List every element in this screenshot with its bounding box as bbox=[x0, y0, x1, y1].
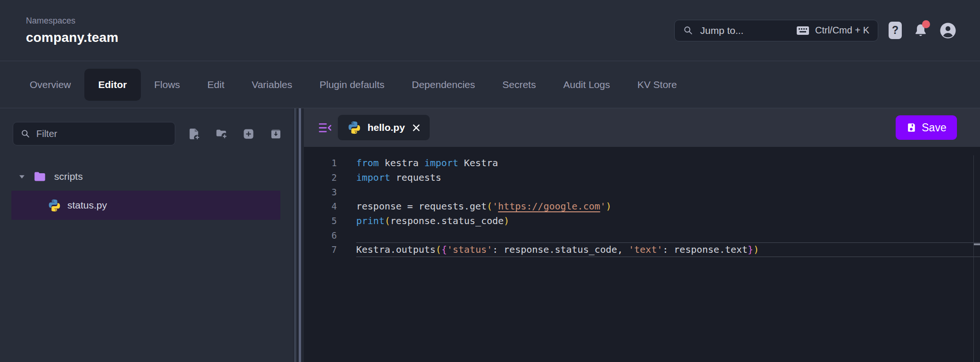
code-line-3[interactable]: 3 bbox=[304, 185, 980, 199]
header-titles: Namespaces company.team bbox=[26, 16, 118, 45]
file-actions bbox=[188, 128, 282, 140]
page-title: company.team bbox=[26, 30, 118, 45]
new-file-button[interactable] bbox=[188, 128, 200, 140]
explorer-toolbar bbox=[0, 108, 293, 145]
app-window: Namespaces company.team Jump to... Ctrl/… bbox=[0, 0, 980, 362]
line-content[interactable]: import requests bbox=[356, 170, 980, 185]
avatar-icon bbox=[939, 22, 956, 39]
new-folder-icon bbox=[215, 128, 228, 140]
tab-kv-store[interactable]: KV Store bbox=[637, 69, 677, 101]
tab-flows[interactable]: Flows bbox=[154, 69, 180, 101]
tree-file-label: status.py bbox=[67, 200, 107, 211]
line-content[interactable]: response = requests.get('https://google.… bbox=[356, 199, 980, 214]
keyboard-icon bbox=[796, 26, 809, 35]
code-line-7[interactable]: 7Kestra.outputs({'status': response.stat… bbox=[304, 242, 980, 257]
line-content[interactable] bbox=[356, 185, 980, 199]
create-button[interactable] bbox=[242, 128, 255, 140]
line-content[interactable]: print(response.status_code) bbox=[356, 214, 980, 228]
code-line-2[interactable]: 2import requests bbox=[304, 170, 980, 185]
line-number: 5 bbox=[304, 216, 337, 226]
python-icon bbox=[48, 199, 61, 212]
new-file-icon bbox=[188, 128, 200, 140]
import-button[interactable] bbox=[270, 128, 282, 140]
code-area[interactable]: 1from kestra import Kestra2import reques… bbox=[304, 147, 980, 362]
filter-box bbox=[13, 122, 175, 145]
panel-splitter[interactable] bbox=[293, 108, 304, 362]
code-line-1[interactable]: 1from kestra import Kestra bbox=[304, 156, 980, 170]
python-icon bbox=[347, 121, 361, 135]
header: Namespaces company.team Jump to... Ctrl/… bbox=[0, 0, 980, 61]
collapse-explorer-button[interactable] bbox=[318, 121, 332, 134]
line-number: 3 bbox=[304, 187, 337, 197]
filter-input[interactable] bbox=[36, 129, 167, 139]
filter-search-icon bbox=[21, 129, 30, 138]
code-line-5[interactable]: 5print(response.status_code) bbox=[304, 214, 980, 228]
file-explorer: scripts status.py bbox=[0, 108, 293, 362]
scrollbar-cursor-marker bbox=[974, 243, 980, 245]
help-button[interactable]: ? bbox=[889, 22, 902, 39]
tree-folder-label: scripts bbox=[54, 171, 83, 182]
code-lines: 1from kestra import Kestra2import reques… bbox=[304, 156, 980, 257]
caret-down-icon[interactable] bbox=[19, 175, 25, 179]
code-editor-panel: hello.py Save 1from kestra import Kestra… bbox=[304, 108, 980, 362]
code-line-4[interactable]: 4response = requests.get('https://google… bbox=[304, 199, 980, 214]
keyboard-shortcut: Ctrl/Cmd + K bbox=[796, 25, 869, 36]
code-line-6[interactable]: 6 bbox=[304, 228, 980, 242]
tree-file-status-py[interactable]: status.py bbox=[11, 191, 280, 220]
user-avatar[interactable] bbox=[939, 22, 956, 39]
save-label: Save bbox=[922, 121, 946, 134]
tab-audit-logs[interactable]: Audit Logs bbox=[563, 69, 610, 101]
notification-dot bbox=[922, 20, 930, 28]
help-icon: ? bbox=[889, 22, 902, 39]
collapse-panel-icon bbox=[318, 122, 332, 134]
tree-folder-scripts[interactable]: scripts bbox=[0, 167, 293, 186]
breadcrumb[interactable]: Namespaces bbox=[26, 16, 118, 26]
line-number: 2 bbox=[304, 172, 337, 183]
new-folder-button[interactable] bbox=[215, 128, 228, 140]
save-icon bbox=[906, 122, 916, 133]
jump-to-search[interactable]: Jump to... Ctrl/Cmd + K bbox=[674, 20, 878, 41]
editor-tab-label: hello.py bbox=[368, 122, 405, 133]
tab-secrets[interactable]: Secrets bbox=[502, 69, 536, 101]
editor-tab-hello-py[interactable]: hello.py bbox=[338, 115, 430, 140]
tab-plugin-defaults[interactable]: Plugin defaults bbox=[319, 69, 384, 101]
line-number: 6 bbox=[304, 230, 337, 241]
editor-toolbar: hello.py Save bbox=[304, 108, 980, 147]
line-content[interactable]: from kestra import Kestra bbox=[356, 156, 980, 170]
jump-to-placeholder: Jump to... bbox=[700, 25, 743, 36]
save-button[interactable]: Save bbox=[896, 115, 957, 140]
folder-icon bbox=[33, 170, 47, 183]
file-tree: scripts status.py bbox=[0, 167, 293, 220]
import-icon bbox=[270, 128, 282, 140]
close-icon[interactable] bbox=[412, 124, 420, 132]
notifications-button[interactable] bbox=[912, 22, 929, 40]
search-icon bbox=[683, 25, 693, 35]
line-number: 4 bbox=[304, 201, 337, 211]
tab-overview[interactable]: Overview bbox=[30, 69, 71, 101]
tab-dependencies[interactable]: Dependencies bbox=[412, 69, 475, 101]
plus-square-icon bbox=[242, 128, 255, 140]
line-number: 1 bbox=[304, 158, 337, 168]
header-actions: Jump to... Ctrl/Cmd + K ? bbox=[674, 20, 956, 41]
namespace-tabbar: Overview Editor Flows Edit Variables Plu… bbox=[0, 61, 980, 108]
line-number: 7 bbox=[304, 244, 337, 255]
main-body: scripts status.py bbox=[0, 108, 980, 362]
tab-variables[interactable]: Variables bbox=[252, 69, 292, 101]
line-content[interactable]: Kestra.outputs({'status': response.statu… bbox=[356, 242, 980, 257]
tab-editor[interactable]: Editor bbox=[84, 69, 141, 101]
line-content[interactable] bbox=[356, 228, 980, 242]
editor-scrollbar[interactable] bbox=[973, 155, 980, 362]
tab-edit[interactable]: Edit bbox=[207, 69, 224, 101]
keyboard-shortcut-label: Ctrl/Cmd + K bbox=[815, 25, 869, 36]
